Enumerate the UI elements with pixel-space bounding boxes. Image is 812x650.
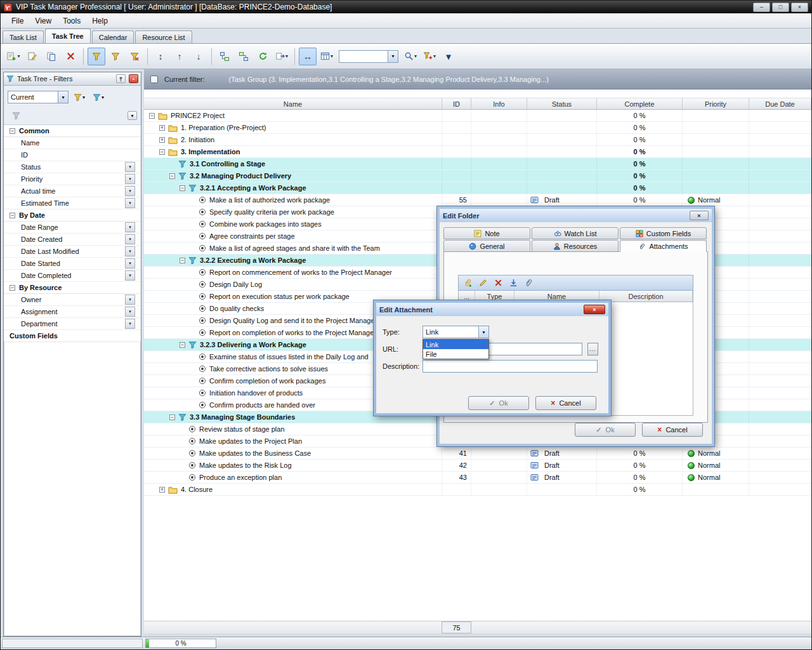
column-header-status[interactable]: Status [527, 98, 597, 109]
save-filter-button[interactable]: ▾ [71, 90, 88, 104]
filter-builder-button[interactable]: ▾ [421, 48, 438, 65]
task-row[interactable]: −3. Implementation0 % [144, 146, 811, 158]
export-button[interactable]: ▾ [273, 48, 291, 65]
task-row[interactable]: −Make updates to the Risk Log42Draft0 %N… [144, 460, 811, 472]
column-header-due-date[interactable]: Due Date [749, 98, 811, 109]
filter-field-date-created[interactable]: Date Created▾ [4, 234, 141, 246]
tree-expander[interactable]: + [159, 487, 165, 493]
load-filter-button[interactable]: ▾ [90, 90, 107, 104]
menu-file[interactable]: File [6, 15, 29, 27]
task-row[interactable]: −3.2 Managing Product Delivery0 % [144, 170, 811, 182]
tree-expander[interactable]: − [180, 185, 185, 191]
download-attachment-icon[interactable] [509, 278, 518, 288]
attachment-column-description[interactable]: Description [599, 291, 693, 302]
add-attachment-icon[interactable] [463, 278, 473, 288]
filter-field-name[interactable]: Name [4, 137, 141, 149]
dialog-tab-resources[interactable]: Resources [532, 240, 619, 252]
find-button[interactable]: ▾ [402, 48, 419, 65]
tab-calendar[interactable]: Calendar [92, 30, 134, 43]
tree-expander[interactable]: + [159, 137, 165, 143]
edit-attachment-ok-button[interactable]: ✓ Ok [468, 396, 529, 410]
minimize-button[interactable]: – [753, 3, 770, 12]
edit-task-button[interactable] [23, 48, 41, 65]
edit-attachment-icon[interactable] [478, 278, 488, 288]
filter-field-actual-time[interactable]: Actual time▾ [4, 185, 141, 197]
move-up-button[interactable]: ↑ [171, 48, 188, 65]
panel-options-button[interactable]: ▾ [128, 111, 137, 120]
filter-field-dropdown-icon[interactable]: ▾ [125, 246, 135, 256]
column-header-info[interactable]: Info [471, 98, 527, 109]
filter-field-assignment[interactable]: Assignment▾ [4, 306, 141, 318]
type-option-file[interactable]: File [423, 349, 488, 359]
collapse-icon[interactable]: − [10, 128, 15, 134]
customize-columns-button[interactable]: ▾ [318, 48, 336, 65]
filter-field-department[interactable]: Department▾ [4, 318, 141, 330]
description-input[interactable] [422, 360, 598, 373]
filter-group-by-date[interactable]: −By Date [4, 209, 141, 222]
menu-tools[interactable]: Tools [57, 15, 86, 27]
edit-folder-cancel-button[interactable]: × Cancel [642, 423, 703, 437]
task-row[interactable]: +1. Preparation (Pre-Project)0 % [144, 122, 811, 134]
filter-group-by-resource[interactable]: −By Resource [4, 282, 141, 294]
open-attachment-icon[interactable] [524, 278, 534, 288]
filter-preset-combobox[interactable]: Current ▾ [8, 91, 69, 103]
task-row[interactable]: −Produce an exception plan43Draft0 %Norm… [144, 472, 811, 484]
task-row[interactable]: −Make a list of authorized work package5… [144, 194, 811, 206]
filter-field-dropdown-icon[interactable]: ▾ [125, 222, 135, 232]
filter-field-date-last-modified[interactable]: Date Last Modified▾ [4, 246, 141, 258]
tree-expander[interactable]: − [169, 415, 175, 420]
filter-field-dropdown-icon[interactable]: ▾ [125, 307, 135, 317]
filter-group-common[interactable]: −Common [4, 125, 141, 137]
filter-field-estimated-time[interactable]: Estimated Time▾ [4, 197, 141, 209]
filter-field-date-started[interactable]: Date Started▾ [4, 258, 141, 270]
dialog-tab-note[interactable]: Note [443, 227, 530, 239]
duplicate-task-button[interactable] [43, 48, 60, 65]
tree-expander[interactable]: − [149, 113, 155, 119]
toolbar-search-input[interactable] [339, 51, 388, 62]
collapse-icon[interactable]: − [10, 285, 15, 291]
filter-field-status[interactable]: Status▾ [4, 161, 141, 173]
filter-field-dropdown-icon[interactable]: ▾ [125, 319, 135, 329]
dialog-tab-custom-fields[interactable]: Custom Fields [620, 227, 707, 239]
task-row[interactable]: −3.2.1 Accepting a Work Package0 % [144, 182, 811, 194]
edit-attachment-close-button[interactable]: × [584, 305, 605, 314]
move-down-button[interactable]: ↓ [190, 48, 207, 65]
toggle-filter-panel-button[interactable] [88, 48, 105, 65]
pin-panel-button[interactable] [116, 74, 126, 83]
filter-field-date-range[interactable]: Date Range▾ [4, 222, 141, 234]
clear-filter-button[interactable] [126, 48, 143, 65]
task-row[interactable]: +4. Closure0 % [144, 484, 811, 496]
column-header-complete[interactable]: Complete [597, 98, 683, 109]
edit-folder-ok-button[interactable]: ✓ Ok [575, 423, 636, 437]
close-panel-button[interactable]: × [129, 74, 138, 83]
filter-field-id[interactable]: ID [4, 149, 141, 161]
filter-field-dropdown-icon[interactable]: ▾ [125, 234, 135, 244]
menu-view[interactable]: View [29, 15, 57, 27]
task-row[interactable]: +2. Initiation0 % [144, 134, 811, 146]
tab-resource-list[interactable]: Resource List [135, 30, 192, 43]
type-dropdown-icon[interactable]: ▾ [478, 326, 488, 338]
tree-expander[interactable]: + [159, 125, 165, 131]
filter-field-dropdown-icon[interactable]: ▾ [125, 258, 135, 269]
menu-help[interactable]: Help [86, 15, 114, 27]
tree-expander[interactable]: − [180, 342, 185, 348]
filter-preset-dropdown-icon[interactable]: ▾ [58, 91, 68, 103]
reset-filter-button[interactable] [8, 109, 24, 123]
dialog-tab-attachments[interactable]: Attachments [620, 240, 707, 252]
filter-field-dropdown-icon[interactable]: ▾ [125, 295, 135, 305]
toolbar-search-dropdown-icon[interactable]: ▾ [388, 51, 398, 62]
column-header-id[interactable]: ID [442, 98, 471, 109]
delete-task-button[interactable] [62, 48, 79, 65]
filter-field-owner[interactable]: Owner▾ [4, 294, 141, 306]
toolbar-options-button[interactable]: ▾ [440, 48, 457, 65]
filter-field-priority[interactable]: Priority▾ [4, 173, 141, 185]
new-task-button[interactable]: ▾ [4, 48, 22, 65]
tree-expander[interactable]: − [169, 173, 175, 179]
type-option-link[interactable]: Link [423, 340, 488, 349]
delete-attachment-icon[interactable] [494, 278, 503, 288]
filter-field-dropdown-icon[interactable]: ▾ [125, 198, 135, 208]
move-task-button[interactable]: ↕ [152, 48, 169, 65]
apply-filter-button[interactable] [107, 48, 124, 65]
expand-all-button[interactable] [216, 48, 233, 65]
filter-group-custom-fields[interactable]: Custom Fields [4, 330, 141, 342]
